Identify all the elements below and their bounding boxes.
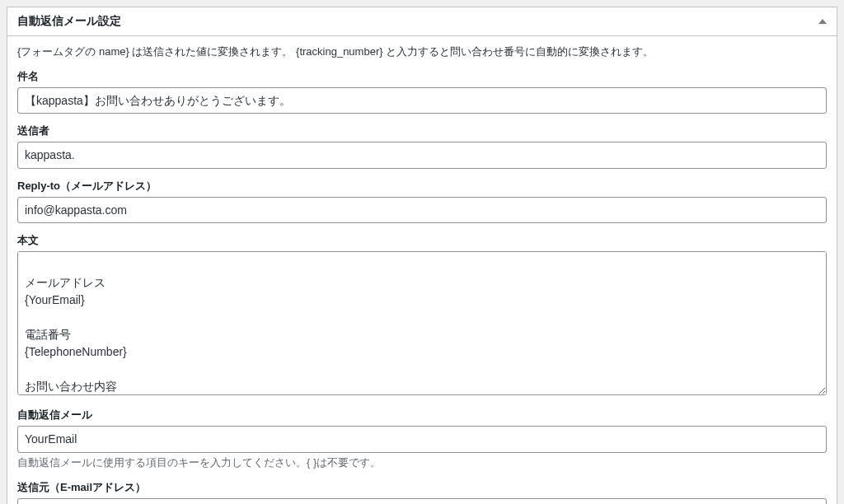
from-email-label: 送信元（E-mailアドレス） xyxy=(17,480,827,495)
auto-reply-mail-label: 自動返信メール xyxy=(17,408,827,422)
panel-title: 自動返信メール設定 xyxy=(17,14,121,29)
subject-input[interactable] xyxy=(17,87,827,114)
subject-label: 件名 xyxy=(17,69,827,84)
auto-reply-mail-input[interactable] xyxy=(17,426,827,452)
panel-body: {フォームタグの name} は送信された値に変換されます。 {tracking… xyxy=(7,36,837,504)
reply-to-label: Reply-to（メールアドレス） xyxy=(17,179,827,194)
panel-header[interactable]: 自動返信メール設定 xyxy=(7,7,837,36)
reply-to-field: Reply-to（メールアドレス） xyxy=(17,179,827,223)
auto-reply-mail-field: 自動返信メール 自動返信メールに使用する項目のキーを入力してください。{ }は不… xyxy=(17,408,827,469)
from-email-field: 送信元（E-mailアドレス） 任意。サーバーと同じドメインのメールアドレスを指… xyxy=(17,480,827,504)
body-label: 本文 xyxy=(17,233,827,248)
reply-to-input[interactable] xyxy=(17,197,827,223)
sender-field: 送信者 xyxy=(17,124,827,168)
body-field: 本文 xyxy=(17,233,827,398)
panel-description: {フォームタグの name} は送信された値に変換されます。 {tracking… xyxy=(17,44,827,59)
from-email-input[interactable] xyxy=(17,498,827,504)
auto-reply-settings-panel: 自動返信メール設定 {フォームタグの name} は送信された値に変換されます。… xyxy=(7,7,837,504)
subject-field: 件名 xyxy=(17,69,827,114)
body-textarea[interactable] xyxy=(17,251,827,395)
auto-reply-mail-help: 自動返信メールに使用する項目のキーを入力してください。{ }は不要です。 xyxy=(17,455,827,470)
sender-label: 送信者 xyxy=(17,124,827,138)
collapse-icon xyxy=(818,19,827,24)
sender-input[interactable] xyxy=(17,142,827,168)
